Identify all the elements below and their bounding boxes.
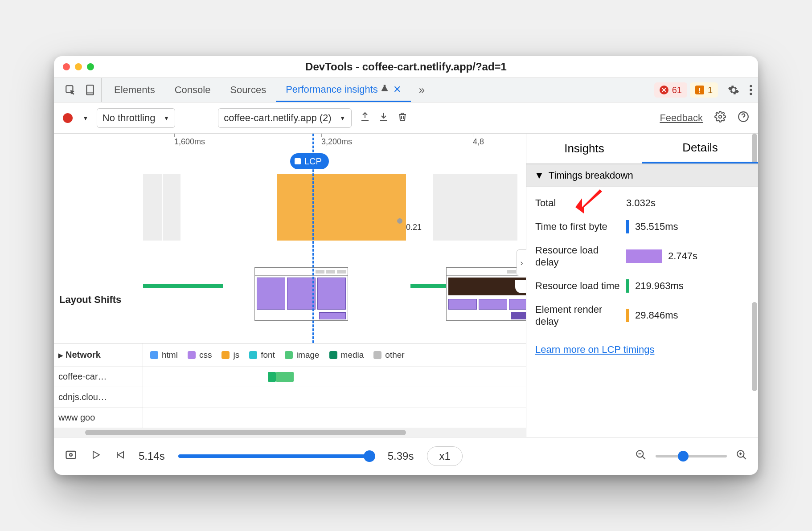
lcp-marker[interactable]: LCP [290,153,329,169]
panel-tabs: Elements Console Sources Performance ins… [54,78,758,102]
feedback-link[interactable]: Feedback [660,112,703,124]
zoom-out-icon[interactable] [635,449,647,463]
speed-value: x1 [439,450,450,462]
tab-label: Console [175,84,211,96]
recording-value: coffee-cart.netlify.app (2) [224,112,331,124]
network-section: ▸ Network coffee-car… cdnjs.clou… www go… [54,343,526,428]
svg-point-4 [750,89,752,91]
metric-value: 29.846ms [635,310,678,321]
device-toggle-icon[interactable] [84,84,96,96]
preview-toggle-icon[interactable] [65,449,77,464]
learn-more-link[interactable]: Learn more on LCP timings [526,340,758,363]
throttling-select[interactable]: No throttling ▼ [97,108,175,128]
network-lane[interactable] [143,367,526,387]
svg-point-3 [750,85,752,87]
playback-current-time: 5.14s [139,450,165,462]
network-row[interactable]: coffee-car… [54,367,143,387]
errors-badge[interactable]: ✕ 61 [654,82,687,98]
inspect-element-icon[interactable] [65,84,76,96]
playback-total-time: 5.39s [388,450,414,462]
legend-label: font [261,350,275,360]
time-ruler: 1,600ms 3,200ms 4,8 [143,134,526,153]
tab-label: Performance insights [286,84,378,95]
legend-swatch [221,351,230,359]
tab-details[interactable]: Details [642,134,758,163]
window-title: DevTools - coffee-cart.netlify.app/?ad=1 [305,61,507,73]
annotation-arrow-icon [573,185,604,218]
legend-label: image [296,350,320,360]
traffic-lights [63,63,94,70]
metric-row-element-render-delay: Element render delay 29.846ms [535,298,749,333]
record-button[interactable] [63,113,73,123]
metric-value: 219.963ms [635,280,684,292]
chevron-down-icon: ▼ [340,114,346,122]
zoom-slider[interactable] [656,455,727,457]
metric-label: Time to first byte [535,221,620,233]
close-window-button[interactable] [63,63,70,70]
ruler-tick: 1,600ms [174,137,205,147]
maximize-window-button[interactable] [87,63,94,70]
network-lane[interactable] [143,387,526,408]
horizontal-scrollbar[interactable] [54,428,526,437]
svg-point-5 [750,93,752,95]
play-icon[interactable] [90,449,101,463]
legend-swatch [249,351,257,359]
tab-console[interactable]: Console [165,78,221,102]
warnings-badge[interactable]: ! 1 [690,82,718,98]
shift-value: 0.21 [406,223,422,232]
network-header[interactable]: ▸ Network [54,343,143,367]
main-area: Layout Shifts 1,600ms 3,200ms 4,8 LCP [54,134,758,437]
help-icon[interactable] [738,111,749,125]
metric-row-resource-load-time: Resource load time 219.963ms [535,274,749,298]
timeline-body[interactable]: 1,600ms 3,200ms 4,8 LCP [143,134,526,343]
settings-icon[interactable] [728,84,739,96]
record-menu-caret-icon[interactable]: ▼ [82,114,89,122]
svg-line-15 [743,456,746,459]
metric-label: Resource load delay [535,244,620,269]
layout-shift-thumbnail[interactable] [446,267,526,321]
legend-label: media [341,350,364,360]
warning-icon: ! [695,86,704,94]
import-icon[interactable] [378,111,389,125]
tab-insights[interactable]: Insights [526,134,642,163]
tab-label: Insights [564,142,604,155]
panel-settings-icon[interactable] [714,111,726,125]
metric-row-total: Total 3.032s [535,192,749,215]
rewind-icon[interactable] [115,449,125,463]
legend-swatch [188,351,196,359]
tab-sources[interactable]: Sources [220,78,276,102]
metric-label: Element render delay [535,303,620,328]
more-tabs-icon[interactable]: » [414,84,430,96]
tab-performance-insights[interactable]: Performance insights ✕ [276,78,411,102]
collapse-sidebar-button[interactable]: › [517,249,526,276]
playback-slider[interactable] [178,454,374,458]
legend-label: css [199,350,212,360]
export-icon[interactable] [360,111,370,125]
close-tab-icon[interactable]: ✕ [393,84,401,95]
vertical-scrollbar[interactable] [751,168,757,433]
timings-breakdown-header[interactable]: ▼ Timings breakdown [526,164,758,187]
recording-select[interactable]: coffee-cart.netlify.app (2) ▼ [218,108,351,128]
network-row[interactable]: cdnjs.clou… [54,387,143,408]
metric-value: 35.515ms [635,221,678,233]
devtools-window: DevTools - coffee-cart.netlify.app/?ad=1… [54,56,758,475]
timings-metrics: Total 3.032s Time to first byte 35.515ms… [526,187,758,340]
minimize-window-button[interactable] [75,63,82,70]
network-row[interactable]: www goo [54,408,143,428]
layout-shifts-label: Layout Shifts [59,294,135,306]
network-lane[interactable] [143,408,526,428]
metric-bar [626,309,629,322]
metric-bar [626,220,629,233]
kebab-menu-icon[interactable] [749,84,753,96]
playback-speed[interactable]: x1 [427,446,462,466]
layout-shift-thumbnail[interactable] [254,267,348,321]
delete-icon[interactable] [397,111,408,125]
section-title: Timings breakdown [549,170,633,181]
tab-elements[interactable]: Elements [104,78,165,102]
ruler-tick: 4,8 [473,137,484,147]
zoom-in-icon[interactable] [736,449,747,463]
details-panel: › Insights Details ▼ Timings breakdown T… [526,134,758,437]
legend-label: js [233,350,239,360]
throttling-value: No throttling [103,112,156,124]
network-legend: html css js font image media other [143,343,526,367]
